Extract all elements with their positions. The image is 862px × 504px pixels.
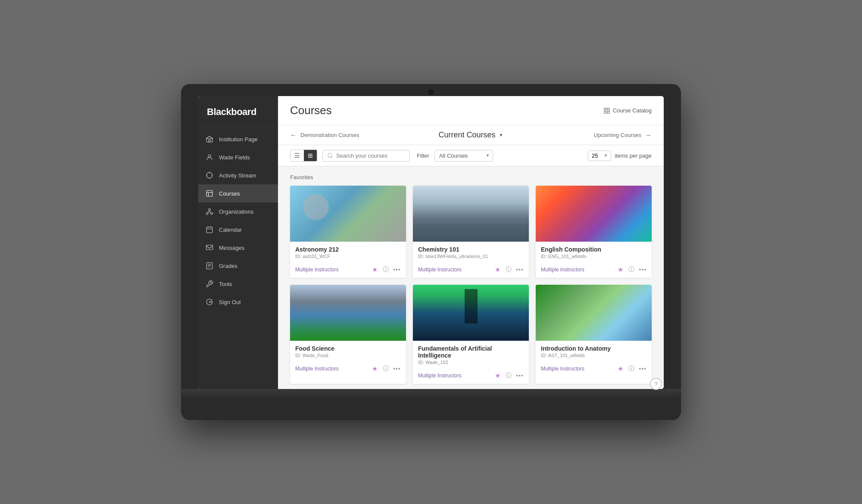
sidebar-item-calendar[interactable]: Calendar (198, 221, 278, 239)
star-button-english[interactable]: ★ (616, 266, 624, 274)
course-name-chemistry: Chemistry 101 (418, 246, 524, 253)
current-nav[interactable]: Current Courses ▼ (385, 131, 557, 140)
more-button-astronomy[interactable]: ••• (393, 266, 401, 274)
search-input[interactable] (336, 152, 405, 159)
more-button-food[interactable]: ••• (393, 365, 401, 373)
laptop-base (181, 389, 681, 398)
sidebar-label-messages: Messages (219, 245, 244, 251)
search-container (322, 150, 410, 162)
more-button-english[interactable]: ••• (639, 266, 646, 274)
signout-icon (205, 298, 214, 306)
course-info-chemistry: Chemistry 101 ID: bbw19WFields_ultrademo… (413, 242, 529, 266)
course-image-anatomy (536, 285, 652, 341)
course-id-ai: ID: Wade_102 (418, 360, 524, 365)
toolbar: ☰ ⊞ Filter All Courses Current Courses P… (278, 145, 664, 166)
svg-rect-15 (607, 111, 609, 113)
sidebar: Blackboard Institution Page Wade Fields (198, 96, 278, 389)
svg-rect-0 (206, 139, 212, 142)
activity-icon (205, 171, 214, 180)
sidebar-item-institution[interactable]: Institution Page (198, 130, 278, 148)
sidebar-item-activity[interactable]: Activity Stream (198, 166, 278, 184)
info-button-ai[interactable]: ⓘ (505, 372, 512, 380)
info-button-chemistry[interactable]: ⓘ (505, 266, 512, 274)
prev-arrow-icon: ← (290, 131, 297, 139)
info-button-astronomy[interactable]: ⓘ (382, 266, 390, 274)
filter-select-wrapper: All Courses Current Courses Past Courses (434, 150, 493, 162)
instructors-link-astronomy[interactable]: Multiple Instructors (295, 267, 339, 273)
star-button-anatomy[interactable]: ★ (616, 365, 624, 373)
sidebar-item-signout[interactable]: Sign Out (198, 293, 278, 311)
course-info-food: Food Science ID: Wade_Food (290, 341, 406, 365)
sidebar-item-grades[interactable]: Grades (198, 257, 278, 275)
svg-rect-10 (206, 263, 212, 269)
svg-rect-13 (607, 108, 609, 110)
sidebar-item-courses[interactable]: Courses (198, 184, 278, 202)
course-actions-food: ★ ⓘ ••• (371, 365, 401, 373)
course-id-food: ID: Wade_Food (295, 353, 401, 358)
calendar-icon (205, 225, 214, 234)
list-view-button[interactable]: ☰ (290, 150, 304, 161)
sidebar-label-activity: Activity Stream (219, 172, 256, 179)
instructors-link-english[interactable]: Multiple Instructors (541, 267, 584, 273)
course-footer-anatomy: Multiple Instructors ★ ⓘ ••• (536, 365, 652, 377)
sidebar-nav: Institution Page Wade Fields Activity St… (198, 127, 278, 389)
sidebar-item-profile[interactable]: Wade Fields (198, 148, 278, 166)
svg-rect-8 (206, 227, 212, 233)
current-nav-dropdown-icon: ▼ (499, 133, 503, 137)
sidebar-label-courses: Courses (219, 190, 240, 197)
sidebar-item-tools[interactable]: Tools (198, 275, 278, 293)
instructors-link-anatomy[interactable]: Multiple Instructors (541, 366, 584, 372)
instructors-link-chemistry[interactable]: Multiple Instructors (418, 267, 462, 273)
svg-rect-4 (206, 190, 212, 196)
course-card-astronomy: Astronomy 212 ID: ast101_WCF Multiple In… (290, 186, 406, 278)
star-button-astronomy[interactable]: ★ (371, 266, 378, 274)
grid-view-button[interactable]: ⊞ (304, 150, 317, 161)
course-card-english: English Composition ID: ENG_101_wfields … (536, 186, 652, 278)
prev-nav[interactable]: ← Demonstration Courses (290, 131, 385, 139)
more-button-ai[interactable]: ••• (516, 372, 524, 380)
sidebar-item-messages[interactable]: Messages (198, 239, 278, 257)
messages-icon (205, 243, 214, 252)
more-button-anatomy[interactable]: ••• (639, 365, 646, 373)
course-actions-ai: ★ ⓘ ••• (493, 372, 524, 380)
next-nav[interactable]: Upcoming Courses → (557, 131, 652, 139)
star-button-ai[interactable]: ★ (493, 372, 501, 380)
star-button-chemistry[interactable]: ★ (493, 266, 501, 274)
help-button[interactable]: ? (650, 378, 662, 390)
course-image-ai (413, 285, 529, 341)
next-arrow-icon: → (645, 131, 652, 139)
instructors-link-food[interactable]: Multiple Instructors (295, 366, 339, 372)
course-card-food: Food Science ID: Wade_Food Multiple Inst… (290, 285, 406, 384)
per-page-control: 25 50 100 items per page (588, 150, 652, 161)
info-button-anatomy[interactable]: ⓘ (628, 365, 635, 373)
course-card-ai: Fundamentals of Artificial Intelligence … (413, 285, 529, 384)
sidebar-item-organizations[interactable]: Organizations (198, 202, 278, 221)
favorites-section-label: Favorites (290, 174, 652, 180)
per-page-label: items per page (615, 152, 652, 159)
course-footer-food: Multiple Instructors ★ ⓘ ••• (290, 365, 406, 377)
more-button-chemistry[interactable]: ••• (516, 266, 524, 274)
profile-icon (205, 153, 214, 162)
per-page-select[interactable]: 25 50 100 (588, 150, 611, 161)
course-id-astronomy: ID: ast101_WCF (295, 254, 401, 259)
course-catalog-button[interactable]: Course Catalog (603, 107, 652, 114)
star-button-food[interactable]: ★ (371, 365, 378, 373)
svg-rect-14 (604, 111, 606, 113)
course-image-english (536, 186, 652, 242)
filter-select[interactable]: All Courses Current Courses Past Courses (434, 150, 493, 162)
tools-icon (205, 280, 214, 288)
course-id-anatomy: ID: AST_101_wfields (541, 353, 646, 358)
course-id-english: ID: ENG_101_wfields (541, 254, 646, 259)
course-name-ai: Fundamentals of Artificial Intelligence (418, 345, 524, 359)
course-info-ai: Fundamentals of Artificial Intelligence … (413, 341, 529, 372)
info-button-food[interactable]: ⓘ (382, 365, 390, 373)
per-page-select-wrapper: 25 50 100 (588, 150, 611, 161)
course-name-astronomy: Astronomy 212 (295, 246, 401, 253)
grades-icon (205, 261, 214, 270)
course-card-anatomy: Introduction to Anatomy ID: AST_101_wfie… (536, 285, 652, 384)
info-button-english[interactable]: ⓘ (628, 266, 635, 274)
instructors-link-ai[interactable]: Multiple Instructors (418, 373, 462, 379)
course-image-food (290, 285, 406, 341)
course-actions-astronomy: ★ ⓘ ••• (371, 266, 401, 274)
course-info-anatomy: Introduction to Anatomy ID: AST_101_wfie… (536, 341, 652, 365)
